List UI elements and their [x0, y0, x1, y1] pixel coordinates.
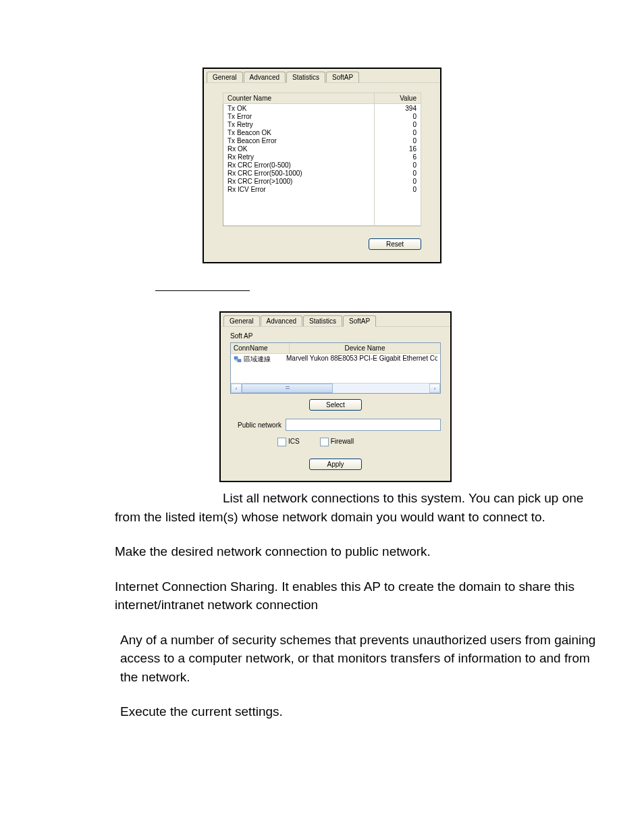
- table-row[interactable]: Tx OK394: [223, 104, 421, 113]
- table-row[interactable]: Rx Retry6: [223, 153, 421, 161]
- document-paragraph-2: Make the desired network connection to p…: [115, 542, 601, 561]
- table-row: [223, 209, 421, 217]
- tab-general-2[interactable]: General: [223, 315, 260, 326]
- table-row[interactable]: Rx OK16: [223, 145, 421, 153]
- scroll-left-arrow-icon[interactable]: ‹: [231, 384, 242, 393]
- document-paragraph-5: Execute the current settings.: [120, 702, 606, 721]
- tab-softap[interactable]: SoftAP: [326, 72, 359, 82]
- col-connname[interactable]: ConnName: [231, 343, 290, 353]
- tab-statistics-2[interactable]: Statistics: [303, 315, 342, 326]
- scroll-track[interactable]: [242, 384, 429, 393]
- statistics-table: Counter Name Value Tx OK394 Tx Error0 Tx…: [223, 93, 421, 226]
- statistics-panel: General Advanced Statistics SoftAP Count…: [203, 68, 441, 263]
- col-counter-name[interactable]: Counter Name: [223, 93, 375, 104]
- table-row[interactable]: Rx CRC Error(0-500)0: [223, 161, 421, 169]
- tab-advanced[interactable]: Advanced: [244, 72, 286, 82]
- table-row[interactable]: Rx CRC Error(500-1000)0: [223, 169, 421, 177]
- table-row: [223, 217, 421, 226]
- ics-checkbox[interactable]: [277, 438, 286, 446]
- scroll-right-arrow-icon[interactable]: ›: [429, 384, 440, 393]
- conn-name-text: 區域連線: [244, 355, 271, 364]
- svg-rect-1: [238, 359, 241, 362]
- connection-list[interactable]: ConnName Device Name 區域連線 Marvell Yukon …: [230, 342, 441, 394]
- device-name-text: Marvell Yukon 88E8053 PCI-E Gigabit Ethe…: [286, 355, 437, 364]
- network-icon: [234, 355, 242, 363]
- document-paragraph-4: Any of a number of security schemes that…: [120, 631, 606, 687]
- tabs-bar-2: General Advanced Statistics SoftAP: [221, 313, 450, 327]
- document-paragraph-3: Internet Connection Sharing. It enables …: [115, 577, 601, 615]
- table-row[interactable]: Tx Beacon OK0: [223, 128, 421, 136]
- col-devicename[interactable]: Device Name: [290, 343, 440, 353]
- horizontal-scrollbar[interactable]: ‹ ›: [231, 383, 440, 393]
- public-network-field[interactable]: [286, 419, 441, 431]
- table-row: [223, 201, 421, 209]
- softap-panel: General Advanced Statistics SoftAP Soft …: [219, 311, 452, 482]
- table-row[interactable]: Tx Retry0: [223, 120, 421, 128]
- public-network-label: Public network: [230, 421, 281, 429]
- tab-softap-2[interactable]: SoftAP: [343, 315, 376, 327]
- list-item[interactable]: 區域連線 Marvell Yukon 88E8053 PCI-E Gigabit…: [231, 354, 440, 365]
- svg-rect-0: [234, 357, 238, 359]
- tabs-bar: General Advanced Statistics SoftAP: [204, 69, 440, 83]
- tab-advanced-2[interactable]: Advanced: [261, 315, 302, 326]
- table-row[interactable]: Rx ICV Error0: [223, 185, 421, 193]
- table-row[interactable]: Tx Error0: [223, 112, 421, 120]
- reset-button[interactable]: Reset: [369, 238, 421, 250]
- select-button[interactable]: Select: [309, 399, 362, 411]
- scroll-thumb[interactable]: [242, 384, 333, 393]
- tab-statistics[interactable]: Statistics: [286, 72, 325, 83]
- apply-button[interactable]: Apply: [309, 459, 362, 470]
- ics-label: ICS: [288, 438, 300, 445]
- firewall-checkbox-wrap[interactable]: Firewall: [320, 438, 354, 446]
- ics-checkbox-wrap[interactable]: ICS: [277, 438, 300, 446]
- firewall-label: Firewall: [331, 438, 354, 445]
- firewall-checkbox[interactable]: [320, 438, 329, 446]
- table-row[interactable]: Rx CRC Error(>1000)0: [223, 177, 421, 185]
- col-value[interactable]: Value: [375, 93, 421, 104]
- table-row: [223, 193, 421, 201]
- tab-general[interactable]: General: [207, 72, 243, 82]
- divider: [155, 290, 250, 291]
- document-paragraph-1: List all network connections to this sys…: [41, 489, 603, 526]
- table-row[interactable]: Tx Beacon Error0: [223, 136, 421, 145]
- softap-title: Soft AP: [230, 332, 441, 340]
